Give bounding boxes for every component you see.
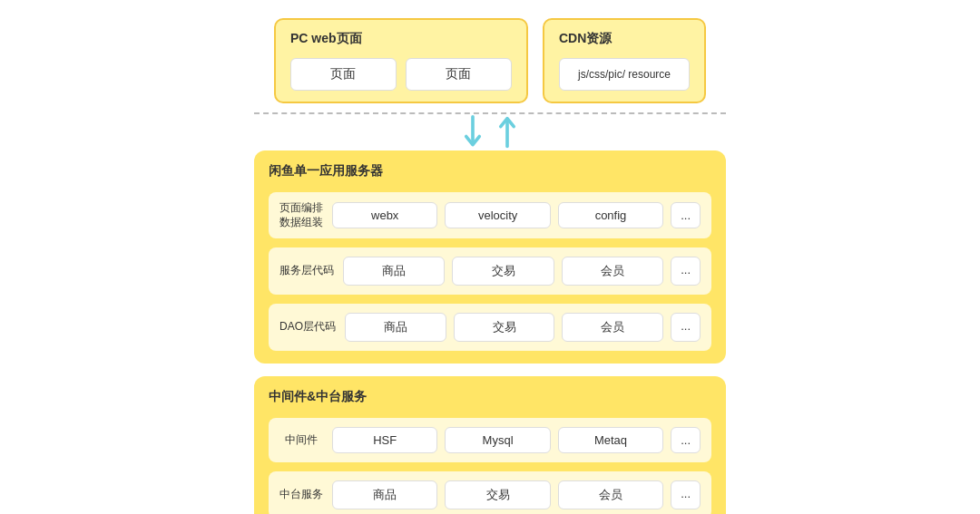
item-trade-2: 交易: [454, 313, 555, 342]
item-velocity: velocity: [445, 202, 550, 228]
server-row-1-items: webx velocity config ...: [332, 202, 701, 228]
diagram-container: PC web页面 页面 页面 CDN资源 js/css/pic/ resourc…: [254, 0, 726, 514]
server-row-3-label: DAO层代码: [279, 320, 336, 335]
server-row-2-items: 商品 交易 会员 ...: [343, 257, 701, 286]
middleware-row-2-label: 中台服务: [279, 488, 323, 502]
item-dots-1: ...: [671, 202, 701, 228]
top-section: PC web页面 页面 页面 CDN资源 js/css/pic/ resourc…: [254, 18, 726, 103]
cdn-content: js/css/pic/ resource: [559, 58, 690, 91]
item-goods-2: 商品: [345, 313, 446, 342]
item-webx: webx: [332, 202, 437, 228]
cdn-title: CDN资源: [559, 31, 690, 47]
arrows-row: [254, 114, 726, 150]
server-title: 闲鱼单一应用服务器: [269, 163, 711, 179]
server-row-2: 服务层代码 商品 交易 会员 ...: [269, 247, 711, 295]
server-row-2-label: 服务层代码: [279, 264, 334, 278]
item-config: config: [558, 202, 663, 228]
item-hsf: HSF: [332, 427, 437, 453]
middleware-row-2-items: 商品 交易 会员 ...: [332, 480, 701, 509]
middleware-section: 中间件&中台服务 中间件 HSF Mysql Metaq ... 中台服务 商品…: [254, 376, 726, 514]
cdn-content-text: js/css/pic/ resource: [578, 68, 671, 81]
pc-web-title: PC web页面: [290, 31, 512, 47]
item-dots-2: ...: [671, 257, 701, 286]
item-member-1: 会员: [562, 257, 663, 286]
item-member-2: 会员: [562, 313, 663, 342]
middleware-row-1-label: 中间件: [279, 433, 323, 448]
item-dots-3: ...: [671, 313, 701, 342]
server-section: 闲鱼单一应用服务器 页面编排数据组装 webx velocity config …: [254, 150, 726, 364]
middleware-title: 中间件&中台服务: [269, 389, 711, 405]
cdn-box: CDN资源 js/css/pic/ resource: [543, 18, 706, 103]
middleware-row-1: 中间件 HSF Mysql Metaq ...: [269, 418, 711, 462]
pc-web-box: PC web页面 页面 页面: [274, 18, 528, 103]
page-2: 页面: [406, 58, 512, 91]
item-trade-3: 交易: [445, 480, 550, 509]
pc-web-pages: 页面 页面: [290, 58, 512, 91]
arrow-up-icon: [497, 115, 517, 150]
item-goods-1: 商品: [343, 257, 445, 286]
item-dots-5: ...: [671, 480, 701, 509]
server-row-1: 页面编排数据组装 webx velocity config ...: [269, 192, 711, 238]
page-1: 页面: [290, 58, 397, 91]
item-metaq: Metaq: [558, 427, 663, 453]
item-trade-1: 交易: [452, 257, 554, 286]
item-goods-3: 商品: [332, 480, 437, 509]
item-dots-4: ...: [671, 427, 701, 453]
middleware-row-1-items: HSF Mysql Metaq ...: [332, 427, 701, 453]
server-row-3-items: 商品 交易 会员 ...: [345, 313, 701, 342]
middleware-row-2: 中台服务 商品 交易 会员 ...: [269, 471, 711, 514]
item-member-3: 会员: [558, 480, 663, 509]
item-mysql: Mysql: [445, 427, 550, 453]
server-row-3: DAO层代码 商品 交易 会员 ...: [269, 304, 711, 351]
arrow-down-icon: [463, 115, 483, 150]
server-row-1-label: 页面编排数据组装: [279, 201, 323, 229]
